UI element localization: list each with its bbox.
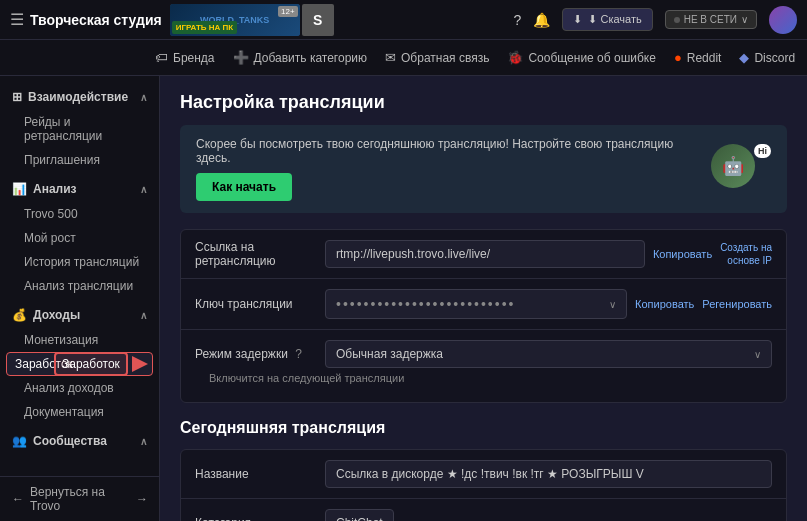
stream-key-regen-button[interactable]: Регенировать — [702, 298, 772, 310]
download-button[interactable]: ⬇ ⬇ Скачать — [562, 8, 652, 31]
sub-nav-bug-label: Сообщение об ошибке — [528, 51, 655, 65]
sub-nav-bug-report[interactable]: 🐞 Сообщение об ошибке — [507, 50, 655, 65]
delay-mode-row: Режим задержки ? Обычная задержка ∨ Вклю… — [181, 330, 786, 402]
sidebar-item-docs[interactable]: Документация — [0, 400, 159, 424]
stream-key-copy-button[interactable]: Копировать — [635, 298, 694, 310]
illus-hi: Hi — [754, 144, 771, 158]
stream-category-label: Категория — [195, 516, 325, 521]
sub-nav-feedback-label: Обратная связь — [401, 51, 489, 65]
info-banner: Скорее бы посмотреть твою сегодняшнюю тр… — [180, 125, 787, 213]
delay-help-icon[interactable]: ? — [295, 347, 302, 361]
delay-select[interactable]: Обычная задержка ∨ — [325, 340, 772, 368]
delay-select-value: Обычная задержка — [336, 347, 443, 361]
sidebar-section-communities-header[interactable]: 👥 Сообщества ∧ — [0, 428, 159, 454]
income-icon: 💰 — [12, 308, 27, 322]
sidebar-item-trovo500[interactable]: Trovo 500 — [0, 202, 159, 226]
download-icon: ⬇ — [573, 13, 582, 26]
hamburger-icon[interactable]: ☰ — [10, 10, 24, 29]
brand-title: Творческая студия — [30, 12, 162, 28]
create-ip-button[interactable]: Создать на — [720, 242, 772, 253]
back-to-trovo[interactable]: ← Вернуться на Trovo → — [0, 476, 160, 521]
sub-nav: 🏷 Бренда ➕ Добавить категорию ✉ Обратная… — [0, 40, 807, 76]
delay-chevron-down: ∨ — [754, 349, 761, 360]
sub-nav-brand[interactable]: 🏷 Бренда — [155, 50, 215, 65]
nav-game-banner-area: WORLD_TANKS ИГРАТЬ НА ПК 12+ S — [162, 4, 514, 36]
stream-category-input[interactable]: ChitChat — [325, 509, 394, 521]
illus-circle: 🤖 — [711, 144, 755, 188]
stream-url-input[interactable] — [325, 240, 645, 268]
communities-label: Сообщества — [33, 434, 107, 448]
delay-hint: Включится на следующей трансляции — [195, 368, 418, 392]
back-icon: ← — [12, 492, 24, 506]
top-nav-icons: ? 🔔 ⬇ ⬇ Скачать НЕ В СЕТИ ∨ — [514, 6, 797, 34]
feedback-icon: ✉ — [385, 50, 396, 65]
age-badge: 12+ — [278, 6, 298, 17]
stream-key-actions: Копировать Регенировать — [635, 298, 772, 310]
user-avatar[interactable] — [769, 6, 797, 34]
add-category-icon: ➕ — [233, 50, 249, 65]
stream-url-extra-btns: Создать на основе IP — [720, 242, 772, 266]
bug-report-icon: 🐞 — [507, 50, 523, 65]
interaction-icon: ⊞ — [12, 90, 22, 104]
stream-key-dots: •••••••••••••••••••••••••• — [336, 296, 609, 312]
stream-title-value — [325, 460, 772, 488]
sidebar-section-analytics-header[interactable]: 📊 Анализ ∧ — [0, 176, 159, 202]
back-arrow-icon: → — [136, 492, 148, 506]
help-icon: ? — [514, 12, 522, 28]
analytics-icon: 📊 — [12, 182, 27, 196]
bell-icon-btn[interactable]: 🔔 — [533, 12, 550, 28]
sub-nav-discord-label: Discord — [754, 51, 795, 65]
discord-icon: ◆ — [739, 50, 749, 65]
status-dot — [674, 17, 680, 23]
stream-key-chevron[interactable]: ∨ — [609, 299, 616, 310]
sidebar-item-stream-history[interactable]: История трансляций — [0, 250, 159, 274]
sidebar-section-communities: 👥 Сообщества ∧ — [0, 428, 159, 454]
interaction-label: Взаимодействие — [28, 90, 128, 104]
sub-nav-reddit[interactable]: ● Reddit — [674, 50, 722, 65]
sidebar-item-stream-analytics[interactable]: Анализ трансляции — [0, 274, 159, 298]
sidebar-item-invites[interactable]: Приглашения — [0, 148, 159, 172]
page-title: Настройка трансляции — [180, 92, 787, 113]
status-text: НЕ В СЕТИ — [684, 14, 737, 25]
back-label: Вернуться на Trovo — [30, 485, 130, 513]
sub-nav-add-category-label: Добавить категорию — [254, 51, 368, 65]
communities-chevron: ∧ — [140, 436, 147, 447]
today-stream-form: Название Категория ChitChat Недавние: Ch… — [180, 449, 787, 521]
stream-key-row: Ключ трансляции ••••••••••••••••••••••••… — [181, 279, 786, 330]
top-nav: ☰ Творческая студия WORLD_TANKS ИГРАТЬ Н… — [0, 0, 807, 40]
earnings-annotation: Заработок — [54, 352, 148, 376]
sub-nav-add-category[interactable]: ➕ Добавить категорию — [233, 50, 368, 65]
interaction-chevron: ∧ — [140, 92, 147, 103]
stream-url-label: Ссылка на ретрансляцию — [195, 240, 325, 268]
stream-key-display: •••••••••••••••••••••••••• ∨ — [325, 289, 627, 319]
start-button[interactable]: Как начать — [196, 173, 292, 201]
sub-nav-reddit-label: Reddit — [687, 51, 722, 65]
sub-nav-discord[interactable]: ◆ Discord — [739, 50, 795, 65]
delay-label: Режим задержки ? — [195, 347, 325, 361]
analytics-chevron: ∧ — [140, 184, 147, 195]
sub-nav-feedback[interactable]: ✉ Обратная связь — [385, 50, 489, 65]
stream-title-input[interactable] — [325, 460, 772, 488]
today-section-title: Сегодняшняя трансляция — [180, 419, 787, 437]
sidebar-item-raids[interactable]: Рейды и ретрансляции — [0, 110, 159, 148]
stream-key-value-area: •••••••••••••••••••••••••• ∨ Копировать … — [325, 289, 772, 319]
sidebar-item-income-analytics[interactable]: Анализ доходов — [0, 376, 159, 400]
nav-brand: ☰ Творческая студия — [10, 10, 162, 29]
sidebar-section-income-header[interactable]: 💰 Доходы ∧ — [0, 302, 159, 328]
stream-url-copy-button[interactable]: Копировать — [653, 248, 712, 260]
help-icon-btn[interactable]: ? — [514, 12, 522, 28]
sidebar-item-monetization[interactable]: Монетизация — [0, 328, 159, 352]
create-ip-button-2[interactable]: основе IP — [727, 255, 772, 266]
sidebar-section-interaction-header[interactable]: ⊞ Взаимодействие ∧ — [0, 84, 159, 110]
stream-category-row: Категория ChitChat — [181, 499, 786, 521]
stream-url-value-area: Копировать Создать на основе IP — [325, 240, 772, 268]
red-arrow — [132, 356, 148, 372]
status-chevron: ∨ — [741, 14, 748, 25]
sidebar-item-my-growth[interactable]: Мой рост — [0, 226, 159, 250]
content-area: Настройка трансляции Скорее бы посмотрет… — [160, 76, 807, 521]
analytics-label: Анализ — [33, 182, 77, 196]
sidebar-section-analytics: 📊 Анализ ∧ Trovo 500 Мой рост История тр… — [0, 176, 159, 298]
game-banner[interactable]: WORLD_TANKS ИГРАТЬ НА ПК 12+ — [170, 4, 300, 36]
delay-value-area: Обычная задержка ∨ — [325, 340, 772, 368]
play-btn-text[interactable]: ИГРАТЬ НА ПК — [172, 21, 238, 34]
